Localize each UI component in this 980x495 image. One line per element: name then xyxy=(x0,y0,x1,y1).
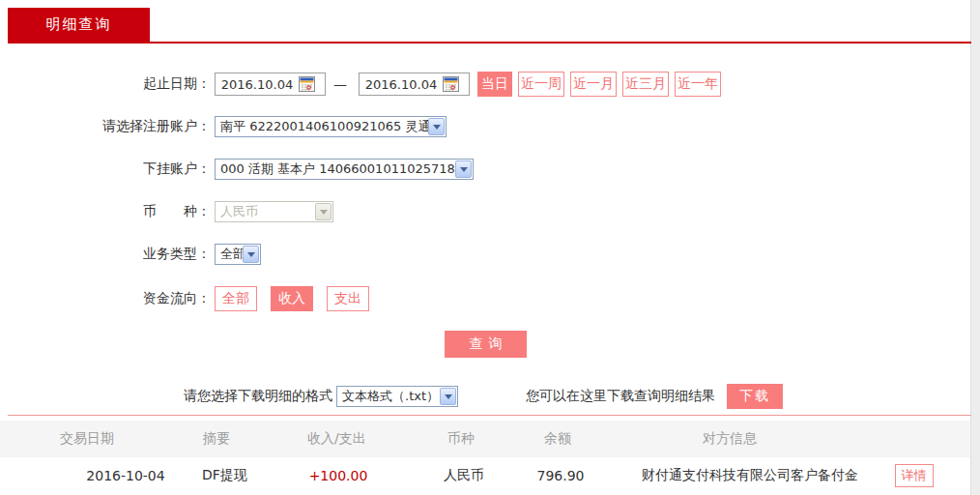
chevron-down-icon[interactable] xyxy=(440,388,456,405)
fund-flow-expense-button[interactable]: 支出 xyxy=(327,286,369,311)
date-range-label: 起止日期： xyxy=(0,75,211,93)
cell-trade-date: 2016-10-04 xyxy=(53,468,198,483)
fund-flow-all-button[interactable]: 全部 xyxy=(215,286,257,311)
query-button-wrap: 查询 xyxy=(0,331,971,358)
fund-flow-row: 资金流向： 全部 收入 支出 xyxy=(0,286,970,311)
register-account-label: 请选择注册账户： xyxy=(0,118,211,135)
download-row: 请您选择下载明细的格式 文本格式（.txt） 您可以在这里下载查询明细结果 下载 xyxy=(184,384,970,409)
chevron-down-icon[interactable] xyxy=(428,118,445,135)
download-format-select[interactable]: 文本格式（.txt） xyxy=(336,386,458,407)
currency-select: 人民币 xyxy=(215,201,333,222)
business-type-row: 业务类型： 全部 xyxy=(0,244,970,265)
sub-account-select[interactable]: 000 活期 基本户 1406600101102571848 xyxy=(215,159,474,180)
end-date-field xyxy=(359,73,470,96)
quick-range-quarter-button[interactable]: 近三月 xyxy=(622,72,669,97)
register-account-select[interactable]: 南平 6222001406100921065 灵通卡 xyxy=(215,116,447,137)
calendar-icon[interactable] xyxy=(443,76,459,92)
header-income-expense: 收入/支出 xyxy=(251,430,425,448)
sub-account-label: 下挂账户： xyxy=(0,160,211,178)
fund-flow-label: 资金流向： xyxy=(0,290,211,307)
sub-account-value: 000 活期 基本户 1406600101102571848 xyxy=(220,160,471,178)
chevron-down-icon[interactable] xyxy=(243,246,259,263)
tab-bar: 明细查询 xyxy=(8,0,971,44)
business-type-label: 业务类型： xyxy=(0,246,211,263)
header-trade-date: 交易日期 xyxy=(53,430,198,448)
register-account-row: 请选择注册账户： 南平 6222001406100921065 灵通卡 xyxy=(0,116,970,137)
download-button[interactable]: 下载 xyxy=(727,384,783,409)
end-date-input[interactable] xyxy=(360,77,443,92)
table-row: 2016-10-04 DF提现 +100.00 人民币 796.90 财付通支付… xyxy=(0,457,970,494)
calendar-icon[interactable] xyxy=(299,76,315,92)
start-date-field xyxy=(215,73,326,96)
date-separator: — xyxy=(333,76,347,92)
quick-range-year-button[interactable]: 近一年 xyxy=(675,72,721,97)
download-format-value: 文本格式（.txt） xyxy=(342,388,439,405)
quick-range-month-button[interactable]: 近一月 xyxy=(570,72,617,97)
cell-currency: 人民币 xyxy=(425,467,503,484)
cell-summary: DF提现 xyxy=(198,467,251,484)
quick-range-week-button[interactable]: 近一周 xyxy=(518,72,564,97)
header-currency: 币种 xyxy=(425,430,503,448)
header-summary: 摘要 xyxy=(198,430,251,448)
date-range-row: 起止日期： — xyxy=(0,72,970,97)
query-button[interactable]: 查询 xyxy=(445,331,527,358)
cell-counterparty: 财付通支付科技有限公司客户备付金 xyxy=(619,467,881,484)
query-form: 起止日期： — xyxy=(0,44,970,409)
tab-detail-query[interactable]: 明细查询 xyxy=(8,8,150,42)
cell-income-expense: +100.00 xyxy=(251,468,425,483)
header-counterparty: 对方信息 xyxy=(619,430,881,448)
chevron-down-icon xyxy=(315,203,331,220)
detail-query-page: 明细查询 起止日期： — xyxy=(0,0,971,495)
cell-balance: 796.90 xyxy=(503,468,619,483)
currency-row: 币 种： 人民币 xyxy=(0,201,970,222)
business-type-select[interactable]: 全部 xyxy=(215,244,261,265)
table-separator xyxy=(8,415,971,416)
table-header-row: 交易日期 摘要 收入/支出 币种 余额 对方信息 xyxy=(0,421,970,457)
detail-button[interactable]: 详情 xyxy=(895,464,934,487)
currency-value: 人民币 xyxy=(220,203,258,220)
start-date-input[interactable] xyxy=(216,77,299,92)
quick-range-today-button[interactable]: 当日 xyxy=(477,72,512,97)
currency-label: 币 种： xyxy=(0,203,211,220)
register-account-value: 南平 6222001406100921065 灵通卡 xyxy=(220,118,443,135)
download-format-label: 请您选择下载明细的格式 xyxy=(184,388,332,405)
chevron-down-icon[interactable] xyxy=(455,160,472,178)
download-hint: 您可以在这里下载查询明细结果 xyxy=(526,388,715,405)
fund-flow-income-button[interactable]: 收入 xyxy=(271,286,313,311)
tab-label: 明细查询 xyxy=(46,15,112,34)
sub-account-row: 下挂账户： 000 活期 基本户 1406600101102571848 xyxy=(0,159,970,180)
header-balance: 余额 xyxy=(503,430,619,448)
